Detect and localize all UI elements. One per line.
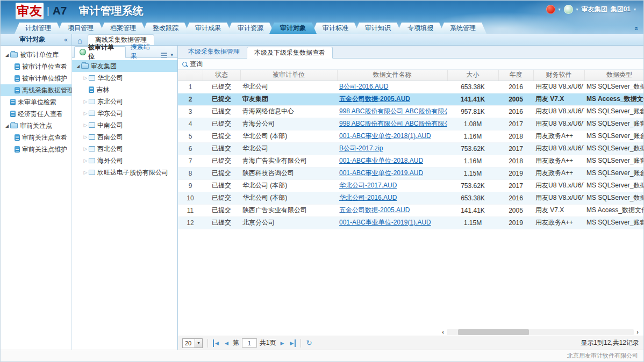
column-header-software[interactable]: 财务软件 — [533, 70, 584, 81]
file-link[interactable]: 001-ABC事业单位-2019(1).AUD — [339, 219, 431, 226]
tree-expanded-icon[interactable]: ◢ — [75, 64, 81, 69]
org-node[interactable]: ▷ 华北公司 — [72, 72, 177, 84]
org-node[interactable]: ▷ 海外公司 — [72, 155, 177, 166]
file-link[interactable]: 001-ABC事业单位-2019.AUD — [339, 169, 423, 177]
org-node[interactable]: ▷ 西南公司 — [72, 131, 177, 143]
tree-expanded-icon[interactable]: ◢ — [4, 53, 10, 57]
column-header-unit[interactable]: 被审计单位 — [240, 70, 337, 81]
tab-rectification[interactable]: 整改跟踪 — [142, 23, 189, 34]
tab-plan-mgmt[interactable]: 计划管理 — [15, 23, 62, 34]
collapse-banner-icon[interactable]: « — [633, 26, 639, 30]
scrollbar-thumb[interactable] — [458, 329, 529, 335]
tab-audit-objects[interactable]: 审计对象 — [269, 23, 317, 34]
tab-local-collected-data[interactable]: 本级采集数据管理 — [181, 46, 247, 58]
user-avatar-icon[interactable] — [564, 5, 573, 14]
sidebar-item-unit-view[interactable]: 被审计单位查看 — [1, 61, 71, 73]
table-row[interactable]: 11 已提交 陕西广告实业有限公司 五金公司数据-2005.AUD 141.41… — [178, 204, 643, 216]
tree-collapsed-icon[interactable]: ▷ — [82, 99, 89, 104]
page-size-select[interactable]: 20 ▾ — [182, 338, 203, 348]
tab-audit-standards[interactable]: 审计标准 — [312, 23, 359, 34]
chevron-down-icon[interactable]: ▾ — [170, 52, 173, 57]
tree-collapsed-icon[interactable]: ▷ — [82, 158, 89, 163]
column-header-status[interactable]: 状态 — [203, 70, 240, 81]
tree-expanded-icon[interactable]: ◢ — [4, 124, 10, 128]
table-row[interactable]: 1 已提交 华北公司 B公司-2016.AUD 653.38K 2016 用友U… — [178, 81, 643, 93]
column-header-datatype[interactable]: 数据类型 — [584, 70, 643, 81]
refresh-icon[interactable]: ↻ — [306, 339, 312, 347]
table-row[interactable]: 7 已提交 青海广告实业有限公司 001-ABC事业单位-2018.AUD 1.… — [178, 155, 643, 167]
sidebar-item-focus-view[interactable]: 审前关注点查看 — [1, 132, 71, 143]
org-node-root[interactable]: ◢ 审友集团 — [72, 60, 177, 72]
tree-collapsed-icon[interactable]: ▷ — [82, 170, 89, 175]
page-number-input[interactable] — [242, 338, 257, 347]
sidebar-item-unaudited-search[interactable]: 未审单位检索 — [1, 96, 71, 108]
scrollbar-track[interactable] — [447, 329, 634, 335]
column-header-size[interactable]: 大小 — [447, 70, 498, 81]
prev-page-button[interactable]: ◀ — [223, 339, 230, 347]
table-row[interactable]: 12 已提交 北京分公司 001-ABC事业单位-2019(1).AUD 1.1… — [178, 216, 643, 229]
tab-audit-knowledge[interactable]: 审计知识 — [354, 23, 402, 34]
chevron-down-icon[interactable]: ▾ — [559, 7, 561, 12]
tab-audited-units[interactable]: 被审计单位 — [74, 46, 126, 58]
org-node[interactable]: ▷ 欣旺达电子股份有限公司 — [72, 166, 177, 178]
file-link[interactable]: 001-ABC事业单位-2018.AUD — [339, 157, 423, 164]
table-row-selected[interactable]: 2 已提交 审友集团 五金公司数据-2005.AUD 141.41K 2005 … — [178, 93, 643, 105]
next-page-button[interactable]: ▶ — [279, 339, 286, 347]
tree-collapsed-icon[interactable]: ▷ — [82, 122, 89, 128]
table-row[interactable]: 9 已提交 华北公司 (本部) 华北公司-2017.AUD 753.62K 20… — [178, 179, 643, 192]
file-link[interactable]: 华北公司-2017.AUD — [339, 182, 397, 189]
file-link[interactable]: B公司-2017.zip — [339, 144, 383, 152]
query-button[interactable]: 查询 — [190, 60, 203, 69]
table-row[interactable]: 10 已提交 华北公司 (本部) 华北公司-2016.AUD 653.38K 2… — [178, 192, 643, 204]
org-node[interactable]: ▷ 东北公司 — [72, 96, 177, 107]
sidebar-item-focus-maintain[interactable]: 审前关注点维护 — [1, 143, 71, 155]
first-page-button[interactable]: ◀ — [213, 339, 220, 347]
table-row[interactable]: 3 已提交 青海网络信息中心 998 ABC股份有限公司 ABC股份有限公司 9… — [178, 105, 643, 118]
file-link[interactable]: B公司-2016.AUD — [339, 83, 388, 90]
org-node[interactable]: ▷ 西北公司 — [72, 143, 177, 155]
org-node[interactable]: 吉林 — [72, 84, 177, 96]
org-node[interactable]: ▷ 华东公司 — [72, 107, 177, 119]
sidebar-item-preaudit-focus[interactable]: ◢ 审前关注点 — [1, 120, 71, 132]
tab-audit-results[interactable]: 审计成果 — [184, 23, 232, 34]
tree-collapsed-icon[interactable]: ▷ — [82, 146, 89, 151]
file-link[interactable]: 998 ABC股份有限公司 ABC股份有限公司 — [339, 120, 447, 127]
chevron-down-icon[interactable]: ▾ — [576, 7, 578, 12]
tree-collapsed-icon[interactable]: ▷ — [82, 111, 89, 116]
collapse-sidebar-icon[interactable]: « — [64, 36, 71, 44]
table-row[interactable]: 4 已提交 青海分公司 998 ABC股份有限公司 ABC股份有限公司 1.08… — [178, 118, 643, 130]
tab-project-mgmt[interactable]: 项目管理 — [57, 23, 104, 34]
scroll-left-icon[interactable]: ‹ — [439, 329, 447, 335]
column-header-filename[interactable]: 数据文件名称 — [337, 70, 447, 81]
alert-icon[interactable] — [546, 5, 555, 14]
tab-system-mgmt[interactable]: 系统管理 — [439, 23, 486, 34]
tab-special-reports[interactable]: 专项填报 — [397, 23, 444, 34]
tab-search-results[interactable]: 搜索结果 — [126, 46, 161, 57]
org-name[interactable]: 审友集团 — [582, 5, 607, 14]
sidebar-item-responsible-person[interactable]: 经济责任人查看 — [1, 108, 71, 120]
chevron-down-icon[interactable]: ▾ — [634, 7, 636, 12]
org-node[interactable]: ▷ 中南公司 — [72, 119, 177, 131]
file-link[interactable]: 998 ABC股份有限公司 ABC股份有限公司 — [339, 107, 447, 115]
table-row[interactable]: 8 已提交 陕西科技咨询公司 001-ABC事业单位-2019.AUD 1.15… — [178, 167, 643, 179]
tree-collapsed-icon[interactable]: ▷ — [82, 75, 89, 81]
column-header-year[interactable]: 年度 — [498, 70, 533, 81]
menu-icon[interactable] — [161, 53, 167, 57]
last-page-button[interactable]: ▶ — [288, 339, 296, 347]
scroll-right-icon[interactable]: › — [634, 329, 641, 335]
tree-collapsed-icon[interactable]: ▷ — [82, 134, 89, 140]
user-name[interactable]: 集团01 — [611, 5, 631, 14]
sidebar-item-unit-maintain[interactable]: 被审计单位维护 — [1, 73, 71, 84]
tab-audit-resources[interactable]: 审计资源 — [227, 23, 274, 34]
file-link[interactable]: 华北公司-2016.AUD — [339, 194, 397, 201]
sidebar-item-offline-data-mgmt[interactable]: 离线采集数据管理 — [1, 84, 71, 96]
file-link[interactable]: 五金公司数据-2005.AUD — [339, 206, 410, 214]
table-row[interactable]: 5 已提交 华北公司 (本部) 001-ABC事业单位-2018(1).AUD … — [178, 130, 643, 142]
file-link[interactable]: 001-ABC事业单位-2018(1).AUD — [339, 132, 431, 140]
horizontal-scrollbar[interactable]: ‹ › — [439, 329, 643, 335]
home-icon[interactable]: ⌂ — [77, 37, 82, 45]
tab-local-and-sub-collected-data[interactable]: 本级及下级采集数据查看 — [247, 47, 333, 59]
table-row[interactable]: 6 已提交 华北公司 B公司-2017.zip 753.62K 2017 用友U… — [178, 142, 643, 155]
sidebar-item-unit-library[interactable]: ◢ 被审计单位库 — [1, 49, 71, 61]
file-link[interactable]: 五金公司数据-2005.AUD — [339, 95, 410, 103]
